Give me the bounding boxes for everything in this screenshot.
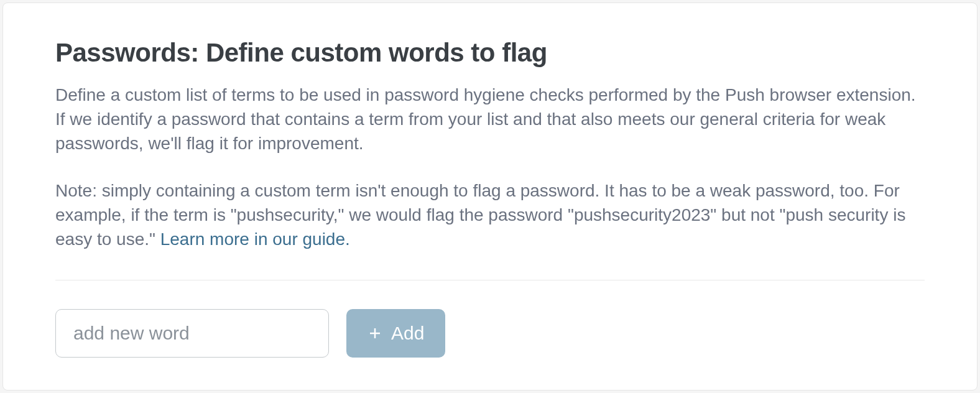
page-title: Passwords: Define custom words to flag xyxy=(55,38,925,68)
note-text: Note: simply containing a custom term is… xyxy=(55,178,925,252)
plus-icon xyxy=(368,326,382,341)
settings-card: Passwords: Define custom words to flag D… xyxy=(2,2,978,391)
learn-more-link[interactable]: Learn more in our guide. xyxy=(160,229,350,249)
divider xyxy=(55,280,925,280)
add-word-row: Add xyxy=(55,309,925,358)
add-button[interactable]: Add xyxy=(346,309,445,358)
add-button-label: Add xyxy=(391,323,424,344)
description-text: Define a custom list of terms to be used… xyxy=(55,83,925,156)
add-word-input[interactable] xyxy=(55,309,329,358)
